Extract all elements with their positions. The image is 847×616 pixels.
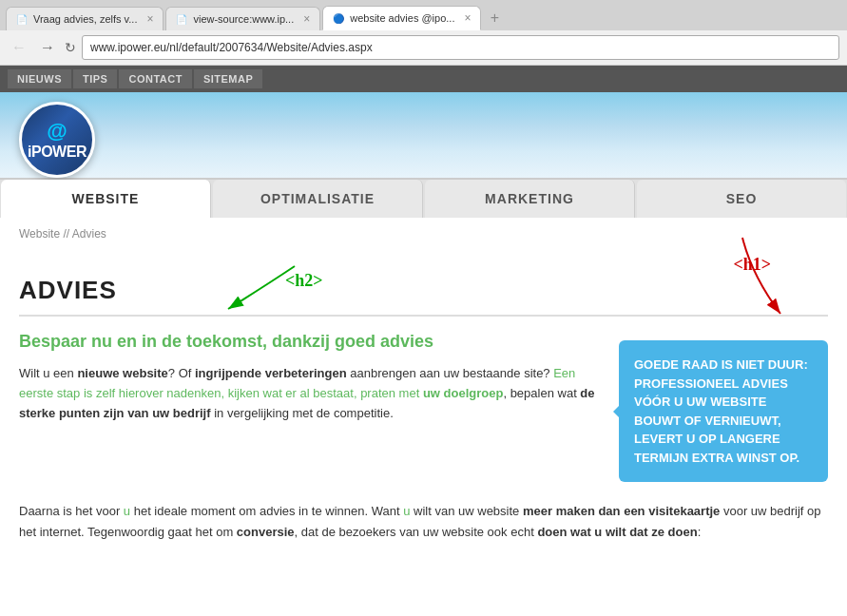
- site-header: @ iPOWER: [0, 92, 847, 178]
- main-nav-optimalisatie[interactable]: OPTIMALISATIE: [213, 180, 423, 218]
- tab-bar: 📄 Vraag advies, zelfs v... × 📄 view-sour…: [0, 0, 847, 30]
- website: NIEUWS TIPS CONTACT SITEMAP @ iPOWER WEB…: [0, 66, 847, 552]
- bold-green-doelgroep: uw doelgroep: [423, 386, 504, 400]
- site-top-nav: NIEUWS TIPS CONTACT SITEMAP: [0, 66, 847, 92]
- tab-3-close[interactable]: ×: [464, 11, 471, 25]
- logo: @ iPOWER: [19, 102, 95, 178]
- tab-2-close[interactable]: ×: [303, 12, 310, 26]
- page-title-area: ADVIES <h2>: [19, 276, 828, 317]
- main-nav: WEBSITE OPTIMALISATIE MARKETING SEO: [0, 178, 847, 218]
- logo-at: @: [47, 119, 67, 144]
- tab-1[interactable]: 📄 Vraag advies, zelfs v... ×: [6, 7, 164, 30]
- tab-3-text: website advies @ipo...: [350, 12, 454, 24]
- forward-button[interactable]: →: [36, 37, 59, 58]
- breadcrumb: Website // Advies: [19, 227, 828, 241]
- main-nav-marketing[interactable]: MARKETING: [425, 180, 635, 218]
- bold-meer-maken: meer maken dan een visitekaartje: [523, 504, 720, 518]
- tab-1-text: Vraag advies, zelfs v...: [33, 13, 137, 25]
- bold-conversie: conversie: [237, 525, 295, 539]
- paragraph-2: Daarna is het voor u het ideale moment o…: [19, 501, 828, 543]
- logo-container: @ iPOWER: [19, 102, 95, 178]
- tab-2-icon: 📄: [176, 14, 187, 25]
- h2-annotation: <h2>: [285, 271, 323, 291]
- nav-tips[interactable]: TIPS: [73, 69, 117, 88]
- logo-ipower: iPOWER: [28, 144, 87, 161]
- green-u-1: u: [124, 504, 130, 518]
- bold-nieuwe-website: nieuwe website: [77, 366, 167, 380]
- green-u-2: u: [403, 504, 410, 518]
- logo-text: @ iPOWER: [28, 119, 87, 161]
- nav-contact[interactable]: CONTACT: [119, 69, 191, 88]
- blue-callout-box: GOEDE RAAD IS NIET DUUR: PROFESSIONEEL A…: [619, 340, 828, 482]
- nav-sitemap[interactable]: SITEMAP: [194, 69, 262, 88]
- tab-2[interactable]: 📄 view-source:www.ip... ×: [165, 7, 320, 30]
- main-nav-website[interactable]: WEBSITE: [1, 180, 211, 218]
- content-right: GOEDE RAAD IS NIET DUUR: PROFESSIONEEL A…: [619, 331, 828, 482]
- bold-ingrijpende: ingrijpende verbeteringen: [195, 366, 347, 380]
- h1-annotation-area: <h1>: [19, 255, 828, 274]
- tab-3[interactable]: 🔵 website advies @ipo... ×: [322, 6, 481, 30]
- paragraph-1: Wilt u een nieuwe website? Of ingrijpend…: [19, 364, 600, 423]
- callout-heading: Bespaar nu en in de toekomst, dankzij go…: [19, 331, 600, 353]
- h1-annotation: <h1>: [733, 255, 771, 274]
- main-nav-seo[interactable]: SEO: [637, 180, 846, 218]
- browser-window: 📄 Vraag advies, zelfs v... × 📄 view-sour…: [0, 0, 847, 66]
- new-tab-button[interactable]: +: [483, 7, 506, 29]
- content-left: Bespaar nu en in de toekomst, dankzij go…: [19, 331, 600, 482]
- tab-3-icon: 🔵: [333, 13, 344, 24]
- nav-nieuws[interactable]: NIEUWS: [8, 69, 71, 88]
- address-input[interactable]: [82, 35, 839, 60]
- content-grid: Bespaar nu en in de toekomst, dankzij go…: [19, 331, 828, 482]
- address-bar-row: ← → ↻: [0, 30, 847, 66]
- tab-2-text: view-source:www.ip...: [193, 13, 294, 25]
- refresh-button[interactable]: ↻: [65, 40, 76, 55]
- tab-1-close[interactable]: ×: [146, 12, 153, 26]
- blue-box-text: GOEDE RAAD IS NIET DUUR: PROFESSIONEEL A…: [634, 357, 808, 465]
- content-area: Website // Advies <h1> ADVIES <h2>: [0, 218, 847, 552]
- bold-doen-wat: doen wat u wilt dat ze doen: [537, 525, 697, 539]
- back-button[interactable]: ←: [8, 37, 30, 58]
- tab-1-icon: 📄: [16, 14, 28, 25]
- page-title: ADVIES: [19, 276, 828, 317]
